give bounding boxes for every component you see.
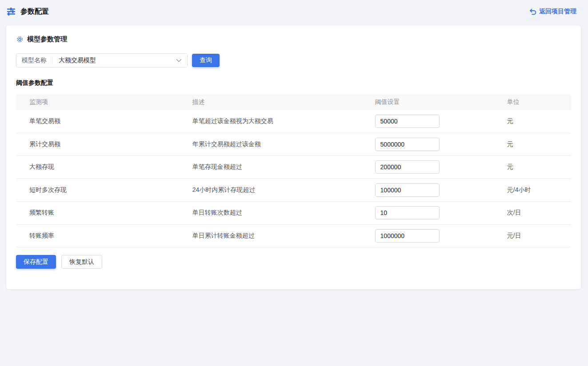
row-item-label: 转账频率	[16, 232, 192, 240]
model-select-label: 模型名称	[16, 56, 52, 64]
row-item-label: 大额存现	[16, 163, 192, 171]
row-desc-label: 单笔存现金额超过	[192, 163, 374, 171]
row-item-label: 短时多次存现	[16, 186, 192, 194]
table-row: 转账频率 单日累计转账金额超过 元/日	[16, 225, 571, 248]
panel-header: 模型参数管理	[16, 35, 571, 44]
gear-icon	[16, 36, 24, 43]
sliders-icon	[6, 7, 16, 16]
row-item-label: 单笔交易额	[16, 117, 192, 125]
model-parameter-card: 模型参数管理 模型名称 大额交易模型 查询 阈值参数配置 监测项 描述 阈值设置…	[6, 25, 581, 289]
back-link-label: 返回项目管理	[539, 8, 576, 16]
restore-default-button[interactable]: 恢复默认	[61, 255, 102, 269]
footer-actions: 保存配置 恢复默认	[16, 255, 571, 269]
threshold-input[interactable]	[375, 206, 440, 219]
row-unit-label: 元	[506, 163, 571, 171]
row-unit-label: 元	[506, 117, 571, 125]
row-unit-label: 次/日	[506, 209, 571, 217]
row-desc-label: 单日转账次数超过	[192, 209, 374, 217]
threshold-input[interactable]	[375, 115, 440, 128]
page-title: 参数配置	[20, 7, 49, 16]
row-desc-label: 24小时内累计存现超过	[192, 186, 374, 194]
threshold-table: 监测项 描述 阈值设置 单位 单笔交易额 单笔超过该金额视为大额交易 元 累计交…	[16, 94, 571, 247]
table-row: 累计交易额 年累计交易额超过该金额 元	[16, 133, 571, 156]
row-desc-label: 年累计交易额超过该金额	[192, 140, 374, 148]
column-header-item: 监测项	[16, 98, 192, 106]
undo-arrow-icon	[529, 8, 536, 15]
column-header-threshold: 阈值设置	[374, 98, 506, 106]
topbar: 参数配置 返回项目管理	[0, 0, 588, 23]
model-name-select[interactable]: 模型名称 大额交易模型	[16, 53, 188, 68]
back-to-projects-link[interactable]: 返回项目管理	[529, 8, 576, 16]
chevron-down-icon	[176, 59, 182, 63]
table-row: 频繁转账 单日转账次数超过 次/日	[16, 202, 571, 225]
row-item-label: 累计交易额	[16, 140, 192, 148]
threshold-input[interactable]	[375, 183, 440, 197]
table-header-row: 监测项 描述 阈值设置 单位	[16, 94, 571, 110]
row-unit-label: 元	[506, 140, 571, 148]
row-unit-label: 元/4小时	[506, 186, 571, 194]
row-desc-label: 单日累计转账金额超过	[192, 232, 374, 240]
query-row: 模型名称 大额交易模型 查询	[16, 53, 571, 68]
model-select-value: 大额交易模型	[52, 56, 176, 64]
row-desc-label: 单笔超过该金额视为大额交易	[192, 117, 374, 125]
panel-title: 模型参数管理	[27, 35, 67, 44]
column-header-desc: 描述	[192, 98, 374, 106]
query-button[interactable]: 查询	[192, 54, 220, 67]
threshold-input[interactable]	[375, 138, 440, 151]
table-row: 大额存现 单笔存现金额超过 元	[16, 156, 571, 179]
row-item-label: 频繁转账	[16, 209, 192, 217]
row-unit-label: 元/日	[506, 232, 571, 240]
threshold-section-title: 阈值参数配置	[16, 79, 571, 87]
column-header-unit: 单位	[506, 98, 571, 106]
threshold-input[interactable]	[375, 160, 440, 174]
table-row: 单笔交易额 单笔超过该金额视为大额交易 元	[16, 110, 571, 133]
threshold-input[interactable]	[375, 229, 440, 243]
save-config-button[interactable]: 保存配置	[16, 255, 56, 269]
table-row: 短时多次存现 24小时内累计存现超过 元/4小时	[16, 179, 571, 202]
